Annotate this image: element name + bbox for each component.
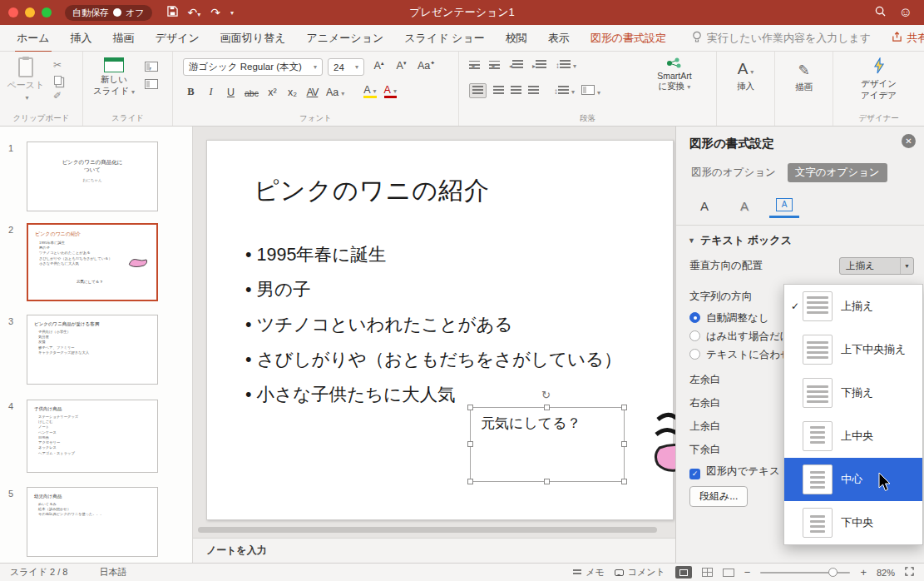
language-indicator[interactable]: 日本語 <box>100 566 127 579</box>
bullets-icon[interactable] <box>469 61 480 69</box>
textbox-text[interactable]: 元気にしてる？ <box>471 408 624 439</box>
columns-icon[interactable] <box>581 85 600 97</box>
vertical-align-dropdown[interactable]: 上揃え ▼ <box>839 257 914 275</box>
align-center-icon[interactable] <box>493 86 504 96</box>
textbox-handle-se[interactable] <box>621 479 627 484</box>
zoom-in-button[interactable]: + <box>860 566 867 579</box>
increase-indent-icon[interactable]: ▸ <box>532 60 546 70</box>
panel-tab-text-options[interactable]: 文字のオプション <box>788 163 887 182</box>
columns-button[interactable]: 段組み... <box>689 486 748 507</box>
smartart-convert-button[interactable]: SmartArt に変換 <box>637 57 712 92</box>
paste-button[interactable]: ペースト <box>7 57 45 102</box>
text-direction-icon[interactable]: ↕ <box>556 60 576 70</box>
search-icon[interactable] <box>875 5 886 20</box>
tab-home[interactable]: ホーム <box>17 31 50 46</box>
autofit-none-radio[interactable]: 自動調整なし <box>689 311 769 325</box>
zoom-out-button[interactable]: − <box>744 566 751 579</box>
numbering-icon[interactable] <box>489 61 500 69</box>
align-right-icon[interactable] <box>511 86 521 96</box>
slide-editing-surface[interactable]: ピンクのワニの紹介 1995年春に誕生 男の子 ツチノコといわれたことがある さ… <box>206 140 674 520</box>
subscript-button[interactable]: x₂ <box>286 87 299 98</box>
design-ideas-button[interactable]: デザイン アイデア <box>833 57 924 102</box>
menu-item-top[interactable]: ✓ 上揃え <box>784 285 922 328</box>
share-button[interactable]: 共有 <box>892 31 924 46</box>
slide-sorter-view-button[interactable] <box>702 568 713 577</box>
crocodile-doodle[interactable] <box>651 410 675 484</box>
font-color-button[interactable]: A <box>384 85 397 98</box>
cut-icon[interactable]: ✂ <box>53 59 62 71</box>
textbox-handle-ne[interactable] <box>621 405 627 410</box>
textbox-handle-e[interactable] <box>621 441 627 447</box>
account-icon[interactable]: ☺ <box>899 5 912 20</box>
horizontal-scrollbar[interactable] <box>198 527 657 533</box>
tab-review[interactable]: 校閲 <box>506 31 527 46</box>
superscript-button[interactable]: x² <box>266 87 279 98</box>
textbox-handle-s[interactable] <box>544 479 550 484</box>
slide-body-list[interactable]: 1995年春に誕生 男の子 ツチノコといわれたことがある さびしがりや（おともだ… <box>245 242 622 417</box>
tab-transitions[interactable]: 画面切り替え <box>220 31 286 46</box>
insert-textbox-button[interactable]: A 挿入 <box>717 60 774 92</box>
zoom-window-button[interactable] <box>42 7 52 17</box>
comments-toggle-button[interactable]: コメント <box>615 566 665 579</box>
clear-formatting-button[interactable]: Aa✦ <box>418 60 435 72</box>
copy-icon[interactable] <box>54 76 62 85</box>
new-slide-button[interactable]: 新しい スライド <box>90 57 138 97</box>
slide-layout-icon[interactable] <box>145 62 158 72</box>
menu-item-bottom[interactable]: 下揃え <box>784 371 922 415</box>
redo-icon[interactable]: ↷ <box>210 6 220 19</box>
slide-thumbnail-4[interactable]: 子供向け商品 ステーショナリーグッズ けしごむ ノート ペンケース 日用品 アク… <box>27 400 158 473</box>
tab-insert[interactable]: 挿入 <box>71 31 92 46</box>
zoom-slider[interactable] <box>760 572 850 574</box>
character-spacing-button[interactable]: AV <box>306 87 319 98</box>
change-case-button[interactable]: Aa <box>326 87 344 98</box>
tab-slideshow[interactable]: スライド ショー <box>404 31 484 46</box>
normal-view-button[interactable] <box>675 566 692 579</box>
tab-shape-format[interactable]: 図形の書式設定 <box>590 31 666 46</box>
strikethrough-button[interactable]: abc <box>245 88 259 98</box>
textbox-options-icon[interactable]: A <box>769 193 799 218</box>
slide-thumbnail-5[interactable]: 幼児向け商品 ぬいぐるみ 絵本（読み聞かせ） その他玩具ピンクのワニを使った。。… <box>27 487 158 557</box>
grow-font-button[interactable]: A▴ <box>373 60 385 72</box>
align-left-icon[interactable] <box>469 83 487 98</box>
textbox-handle-w[interactable] <box>467 441 473 447</box>
font-name-combo[interactable]: 游ゴシック Regular (本文) ▾ <box>183 58 323 76</box>
rotate-handle[interactable]: ↻ <box>541 389 551 401</box>
font-size-combo[interactable]: 24 ▾ <box>328 58 364 76</box>
panel-tab-shape-options[interactable]: 図形のオプション <box>691 166 776 180</box>
shrink-font-button[interactable]: A▾ <box>395 60 408 72</box>
textbox-section-header[interactable]: ▼ テキスト ボックス <box>688 233 792 248</box>
underline-button[interactable]: U <box>225 87 237 98</box>
save-icon[interactable] <box>167 6 178 19</box>
reset-slide-icon[interactable] <box>145 79 158 89</box>
line-spacing-icon[interactable]: ↕ <box>554 86 575 96</box>
text-effects-icon[interactable]: A <box>729 193 759 218</box>
close-window-button[interactable] <box>8 7 18 17</box>
text-fill-icon[interactable]: A <box>689 193 719 218</box>
italic-button[interactable]: I <box>205 86 217 98</box>
slideshow-view-button[interactable] <box>723 569 734 577</box>
toolbar-options-chevron-icon[interactable]: ▾ <box>230 9 234 17</box>
decrease-indent-icon[interactable]: ◂ <box>509 60 523 70</box>
slide-thumbnail-3[interactable]: ピンクのワニ商品が受ける客層 子供向け（小学生） 気分屋 友情 親子ペア、ファミ… <box>27 315 158 385</box>
tell-me-search[interactable]: 実行したい作業内容を入力します <box>692 31 871 46</box>
notes-bar[interactable]: ノートを入力 <box>193 538 675 563</box>
slide-thumbnail-1[interactable]: ピンクのワニの商品化に ついて わにちゃん <box>27 142 158 211</box>
bold-button[interactable]: B <box>185 86 197 98</box>
slide-thumbnail-2-selected[interactable]: ピンクのワニの紹介 1995年春に誕生 男の子 ツチノコといわれたことがある さ… <box>27 223 158 301</box>
format-painter-icon[interactable]: ✐ <box>53 90 62 102</box>
justify-icon[interactable] <box>528 86 539 96</box>
menu-item-center-highlighted[interactable]: 中心 <box>784 458 922 501</box>
textbox-handle-sw[interactable] <box>467 479 473 484</box>
autosave-toggle[interactable]: 自動保存 オフ <box>65 5 152 21</box>
notes-toggle-button[interactable]: メモ <box>573 566 605 579</box>
tab-view[interactable]: 表示 <box>548 31 570 46</box>
draw-button[interactable]: ✎ 描画 <box>775 62 833 93</box>
tab-draw[interactable]: 描画 <box>113 31 135 46</box>
highlight-color-button[interactable]: A <box>363 85 376 98</box>
textbox-handle-n[interactable] <box>544 405 550 410</box>
slide-counter[interactable]: スライド 2 / 8 <box>10 566 68 579</box>
tab-design[interactable]: デザイン <box>156 31 200 46</box>
menu-item-middle[interactable]: 上下中央揃え <box>784 328 922 371</box>
minimize-window-button[interactable] <box>25 7 35 17</box>
close-panel-icon[interactable]: ✕ <box>902 134 916 148</box>
